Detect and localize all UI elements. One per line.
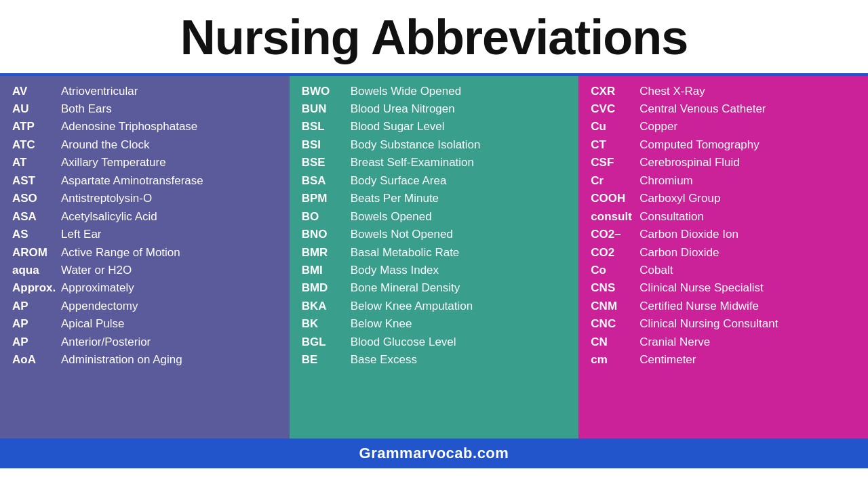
abbr-meaning: Acetylsalicylic Acid — [61, 209, 157, 224]
abbr-code: BSA — [302, 174, 351, 188]
abbr-code: BUN — [302, 102, 351, 117]
abbr-code: AROM — [12, 245, 61, 260]
list-item: AROMActive Range of Motion — [12, 244, 281, 262]
footer: Grammarvocab.com — [0, 439, 868, 468]
list-item: BMDBone Mineral Density — [302, 279, 571, 297]
list-item: CNSClinical Nurse Specialist — [591, 279, 860, 297]
abbr-code: COOH — [591, 191, 639, 206]
abbr-code: BSE — [302, 155, 351, 170]
abbr-meaning: Active Range of Motion — [61, 245, 180, 260]
list-item: BGLBlood Glucose Level — [302, 333, 571, 351]
abbr-meaning: Base Excess — [351, 352, 417, 367]
abbr-meaning: Basal Metabolic Rate — [351, 245, 460, 260]
abbr-code: AS — [12, 227, 61, 242]
abbr-code: CO2– — [591, 227, 639, 242]
list-item: CNCClinical Nursing Consultant — [591, 315, 860, 333]
list-item: ASOAntistreptolysin-O — [12, 190, 281, 207]
content-area: AVAtrioventricularAUBoth EarsATPAdenosin… — [0, 76, 868, 439]
abbr-meaning: Central Venous Catheter — [639, 102, 766, 117]
list-item: AVAtrioventricular — [12, 83, 281, 100]
abbr-meaning: Blood Sugar Level — [351, 119, 445, 134]
abbr-meaning: Bowels Not Opened — [351, 227, 453, 242]
list-item: CNCranial Nerve — [591, 333, 860, 351]
list-item: COOHCarboxyl Group — [591, 190, 860, 207]
list-item: APApical Pulse — [12, 315, 281, 333]
list-item: ASTAspartate Aminotransferase — [12, 172, 281, 190]
abbr-code: ASA — [12, 209, 61, 224]
abbr-meaning: Chest X-Ray — [639, 84, 705, 99]
abbr-meaning: Water or H2O — [61, 263, 132, 278]
abbr-code: BMD — [302, 281, 351, 296]
abbr-code: CNC — [591, 317, 639, 331]
list-item: BNOBowels Not Opened — [302, 226, 571, 243]
column-mid: BWOBowels Wide OpenedBUNBlood Urea Nitro… — [290, 76, 579, 439]
abbr-code: AoA — [12, 352, 61, 367]
list-item: ASAAcetylsalicylic Acid — [12, 208, 281, 226]
list-item: BKABelow Knee Amputation — [302, 298, 571, 315]
list-item: BMIBody Mass Index — [302, 262, 571, 279]
abbr-code: AP — [12, 317, 61, 331]
abbr-code: AU — [12, 102, 61, 117]
list-item: AUBoth Ears — [12, 100, 281, 118]
abbr-meaning: Bowels Opened — [351, 209, 432, 224]
list-item: CoCobalt — [591, 262, 860, 279]
abbr-meaning: Left Ear — [61, 227, 102, 242]
abbr-meaning: Bone Mineral Density — [351, 281, 460, 296]
abbr-meaning: Antistreptolysin-O — [61, 191, 152, 206]
list-item: BWOBowels Wide Opened — [302, 83, 571, 100]
abbr-code: cm — [591, 352, 639, 367]
abbr-code: BKA — [302, 299, 351, 314]
abbr-code: ATP — [12, 119, 61, 134]
list-item: BSABody Surface Area — [302, 172, 571, 190]
list-item: APAnterior/Posterior — [12, 333, 281, 351]
abbr-code: BO — [302, 209, 351, 224]
abbr-code: CSF — [591, 155, 639, 170]
abbr-code: AST — [12, 174, 61, 188]
abbr-meaning: Below Knee Amputation — [351, 299, 473, 314]
abbr-code: BMI — [302, 263, 351, 278]
abbr-meaning: Axillary Temperature — [61, 155, 166, 170]
abbr-meaning: Clinical Nursing Consultant — [639, 317, 778, 331]
abbr-meaning: Beats Per Minute — [351, 191, 439, 206]
list-item: CNMCertified Nurse Midwife — [591, 298, 860, 315]
column-left: AVAtrioventricularAUBoth EarsATPAdenosin… — [0, 76, 290, 439]
abbr-meaning: Approximately — [61, 281, 134, 296]
abbr-meaning: Administration on Aging — [61, 352, 182, 367]
abbr-meaning: Atrioventricular — [61, 84, 138, 99]
abbr-code: Approx. — [12, 281, 61, 296]
abbr-code: BGL — [302, 335, 351, 350]
abbr-code: AP — [12, 335, 61, 350]
list-item: CSFCerebrospinal Fluid — [591, 154, 860, 171]
abbr-meaning: Body Mass Index — [351, 263, 439, 278]
list-item: BSEBreast Self-Examination — [302, 154, 571, 171]
abbr-code: BWO — [302, 84, 351, 99]
abbr-code: BPM — [302, 191, 351, 206]
list-item: BEBase Excess — [302, 351, 571, 369]
list-item: AoAAdministration on Aging — [12, 351, 281, 369]
abbr-meaning: Clinical Nurse Specialist — [639, 281, 763, 296]
abbr-meaning: Aspartate Aminotransferase — [61, 174, 203, 188]
column-right: CXRChest X-RayCVCCentral Venous Catheter… — [578, 76, 868, 439]
list-item: CVCCentral Venous Catheter — [591, 100, 860, 118]
abbr-code: consult — [591, 209, 639, 224]
list-item: ATPAdenosine Triphosphatase — [12, 118, 281, 136]
abbr-meaning: Copper — [639, 119, 677, 134]
abbr-code: AP — [12, 299, 61, 314]
abbr-meaning: Consultation — [639, 209, 704, 224]
abbr-code: AT — [12, 155, 61, 170]
list-item: CXRChest X-Ray — [591, 83, 860, 100]
abbr-code: ATC — [12, 138, 61, 152]
list-item: ATAxillary Temperature — [12, 154, 281, 171]
abbr-meaning: Cobalt — [639, 263, 673, 278]
abbr-code: aqua — [12, 263, 61, 278]
abbr-meaning: Computed Tomography — [639, 138, 759, 152]
list-item: BSIBody Substance Isolation — [302, 136, 571, 154]
abbr-meaning: Centimeter — [639, 352, 696, 367]
abbr-meaning: Around the Clock — [61, 138, 149, 152]
abbr-code: ASO — [12, 191, 61, 206]
list-item: BUNBlood Urea Nitrogen — [302, 100, 571, 118]
list-item: CuCopper — [591, 118, 860, 136]
abbr-meaning: Chromium — [639, 174, 692, 188]
list-item: CrChromium — [591, 172, 860, 190]
abbr-code: CNS — [591, 281, 639, 296]
